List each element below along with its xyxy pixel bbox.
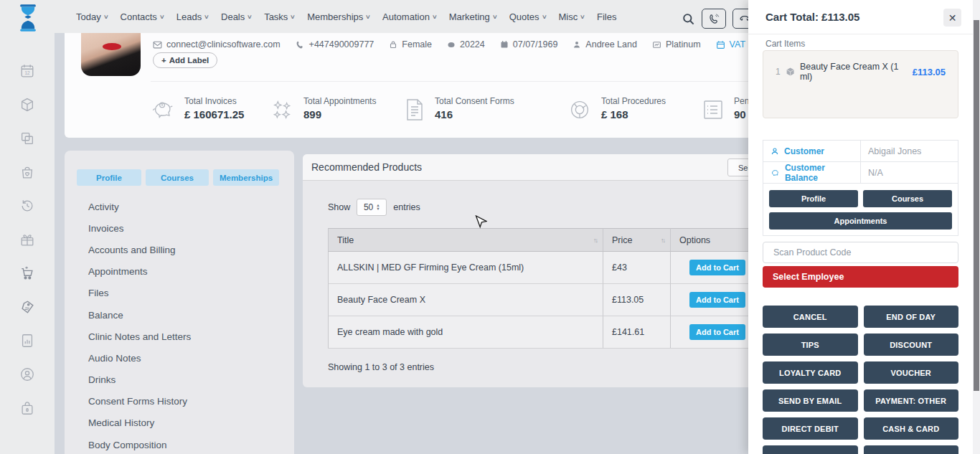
- voucher-button[interactable]: VOUCHER: [864, 361, 959, 384]
- contact-tier[interactable]: Platinum: [652, 39, 701, 49]
- item-price: £113.05: [913, 67, 946, 77]
- scan-product-code-input[interactable]: [763, 242, 958, 263]
- customer-balance-label[interactable]: Customer Balance: [763, 162, 861, 183]
- nav-automation[interactable]: Automation∨: [382, 11, 437, 22]
- direct-debit-button[interactable]: DIRECT DEBIT: [763, 417, 858, 440]
- page-size-select[interactable]: 50▲▼: [357, 199, 387, 216]
- menu-item-balance[interactable]: Balance: [88, 304, 280, 326]
- menu-item-clinic-notes[interactable]: Clinic Notes and Letters: [88, 326, 280, 347]
- report-icon[interactable]: [19, 333, 35, 349]
- nav-files[interactable]: Files: [597, 11, 616, 22]
- page-scrollbar[interactable]: [973, 0, 980, 454]
- nav-marketing[interactable]: Marketing∨: [449, 11, 497, 22]
- select-employee-button[interactable]: Select Employee: [763, 266, 958, 288]
- cart-courses-button[interactable]: Courses: [863, 190, 952, 207]
- add-to-cart-button[interactable]: Add to Cart: [689, 324, 745, 340]
- cart-action-button[interactable]: [864, 445, 959, 454]
- discount-button[interactable]: DISCOUNT: [864, 334, 959, 356]
- gift-icon[interactable]: [19, 232, 35, 247]
- column-header-title[interactable]: Title↑↓: [328, 228, 603, 252]
- send-by-email-button[interactable]: SEND BY EMAIL: [763, 389, 858, 412]
- nav-contacts[interactable]: Contacts∨: [121, 11, 164, 22]
- plus-icon: +: [161, 56, 166, 65]
- customer-box: Customer Abigail Jones Customer Balance …: [763, 140, 958, 236]
- package-icon[interactable]: [19, 97, 35, 113]
- payment-other-button[interactable]: PAYMENT: OTHER: [864, 389, 959, 412]
- bag-heart-icon[interactable]: [19, 164, 35, 180]
- contact-birthdate[interactable]: 07/07/1969: [500, 39, 558, 49]
- left-icon-sidebar: 12: [0, 0, 55, 454]
- cart-item[interactable]: 1 Beauty Face Cream X (1 ml) £113.05: [776, 62, 946, 82]
- menu-item-audio-notes[interactable]: Audio Notes: [88, 347, 280, 369]
- app-logo[interactable]: [14, 4, 42, 32]
- customer-label[interactable]: Customer: [763, 141, 861, 161]
- menu-item-accounts-billing[interactable]: Accounts and Billing: [88, 239, 280, 260]
- nav-misc[interactable]: Misc∨: [558, 11, 585, 22]
- nav-today[interactable]: Today∨: [76, 11, 108, 22]
- contact-id[interactable]: 20224: [447, 39, 485, 49]
- column-header-price[interactable]: Price↑↓: [603, 228, 671, 252]
- product-title: Eye cream made with gold: [328, 316, 603, 349]
- menu-item-drinks[interactable]: Drinks: [88, 369, 280, 391]
- cancel-button[interactable]: CANCEL: [763, 306, 858, 328]
- menu-item-medical-history[interactable]: Medical History: [88, 412, 280, 434]
- cart-appointments-button[interactable]: Appointments: [769, 212, 952, 230]
- chevron-down-icon: ∨: [103, 14, 109, 20]
- nav-quotes[interactable]: Quotes∨: [509, 11, 547, 22]
- contact-owner[interactable]: Andree Land: [573, 39, 637, 49]
- copy-icon[interactable]: [19, 131, 35, 146]
- cart-items-label: Cart Items: [765, 39, 805, 49]
- product-title: Beauty Face Cream X: [328, 284, 603, 316]
- cart-profile-button[interactable]: Profile: [769, 190, 858, 207]
- locked-case-icon[interactable]: [19, 400, 35, 416]
- search-icon[interactable]: [682, 12, 695, 26]
- close-icon[interactable]: ✕: [943, 9, 961, 27]
- donut-chart-icon: [567, 98, 592, 121]
- membership-icon: [652, 40, 661, 49]
- add-to-cart-button[interactable]: Add to Cart: [689, 260, 745, 275]
- tag-icon[interactable]: [19, 299, 35, 315]
- contact-phone[interactable]: +447490009777: [296, 39, 374, 49]
- tab-memberships[interactable]: Memberships: [213, 169, 279, 186]
- chevron-down-icon: ∨: [580, 14, 585, 20]
- account-icon[interactable]: [19, 366, 35, 382]
- contact-email[interactable]: connect@clinicsoftware.com: [153, 39, 281, 49]
- phone-icon: [296, 40, 305, 49]
- checklist-icon: [702, 98, 725, 121]
- scrollbar-thumb[interactable]: [974, 20, 979, 391]
- loyalty-card-button[interactable]: LOYALTY CARD: [763, 361, 858, 384]
- cart-panel: Cart Total: £113.05 ✕ Cart Items 1 Beaut…: [748, 0, 973, 454]
- customer-photo[interactable]: [81, 33, 141, 76]
- cash-and-card-button[interactable]: CASH & CARD: [864, 417, 959, 440]
- nav-deals[interactable]: Deals∨: [221, 11, 252, 22]
- table-body: ALLSKIN | MED GF Firming Eye Cream (15ml…: [328, 252, 805, 349]
- menu-item-body-composition[interactable]: Body Composition: [88, 434, 280, 454]
- tab-profile[interactable]: Profile: [77, 169, 141, 186]
- menu-item-consent-forms[interactable]: Consent Forms History: [88, 391, 280, 412]
- cart-icon[interactable]: [19, 265, 35, 281]
- menu-item-activity[interactable]: Activity: [88, 196, 280, 217]
- menu-item-invoices[interactable]: Invoices: [88, 217, 280, 239]
- piggy-bank-icon: [771, 169, 780, 177]
- history-icon[interactable]: [19, 198, 35, 214]
- item-name: Beauty Face Cream X (1 ml): [800, 62, 908, 82]
- add-label-button[interactable]: +Add Label: [153, 52, 217, 68]
- calendar-icon[interactable]: 12: [19, 63, 35, 79]
- tips-button[interactable]: TIPS: [763, 334, 858, 356]
- menu-item-files[interactable]: Files: [88, 283, 280, 304]
- main-navigation: Today∨ Contacts∨ Leads∨ Deals∨ Tasks∨ Me…: [76, 0, 616, 33]
- cart-action-button[interactable]: [763, 445, 858, 454]
- tab-courses[interactable]: Courses: [146, 169, 209, 186]
- page-size-row: Show 50▲▼ entries: [328, 199, 420, 216]
- nav-tasks[interactable]: Tasks∨: [264, 11, 295, 22]
- phone-call-button[interactable]: [702, 9, 726, 29]
- piggy-bank-icon: [151, 98, 175, 121]
- contact-gender[interactable]: Female: [389, 39, 432, 49]
- nav-leads[interactable]: Leads∨: [176, 11, 209, 22]
- stat-total-appointments: Total Appointments899: [270, 96, 376, 121]
- nav-memberships[interactable]: Memberships∨: [307, 11, 370, 22]
- add-to-cart-button[interactable]: Add to Cart: [689, 292, 745, 308]
- menu-item-appointments[interactable]: Appointments: [88, 261, 280, 283]
- end-of-day-button[interactable]: END OF DAY: [864, 306, 959, 328]
- table-header-row: Title↑↓ Price↑↓ Options: [328, 228, 805, 252]
